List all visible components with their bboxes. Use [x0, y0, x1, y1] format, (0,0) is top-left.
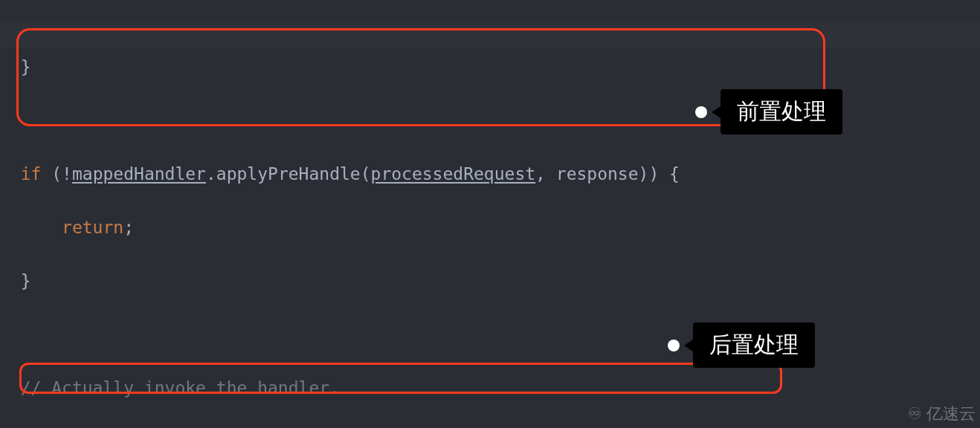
callout-dot-icon	[668, 340, 680, 351]
watermark-logo-icon: ♾	[907, 404, 922, 424]
code-line: // Actually invoke the handler.	[0, 374, 980, 401]
watermark: ♾ 亿速云	[907, 403, 976, 425]
code-line: return;	[0, 214, 980, 241]
code-line: }	[0, 54, 980, 80]
callout-post-handle: 后置处理	[668, 322, 815, 368]
callout-label: 后置处理	[693, 322, 815, 368]
watermark-text: 亿速云	[926, 403, 976, 425]
callout-label: 前置处理	[721, 89, 842, 134]
callout-dot-icon	[695, 106, 707, 118]
callout-pre-handle: 前置处理	[695, 89, 842, 134]
code-line: if (!mappedHandler.applyPreHandle(proces…	[0, 160, 980, 187]
code-line	[0, 321, 980, 348]
code-block: } if (!mappedHandler.applyPreHandle(proc…	[0, 0, 980, 428]
code-line: }	[0, 268, 980, 294]
